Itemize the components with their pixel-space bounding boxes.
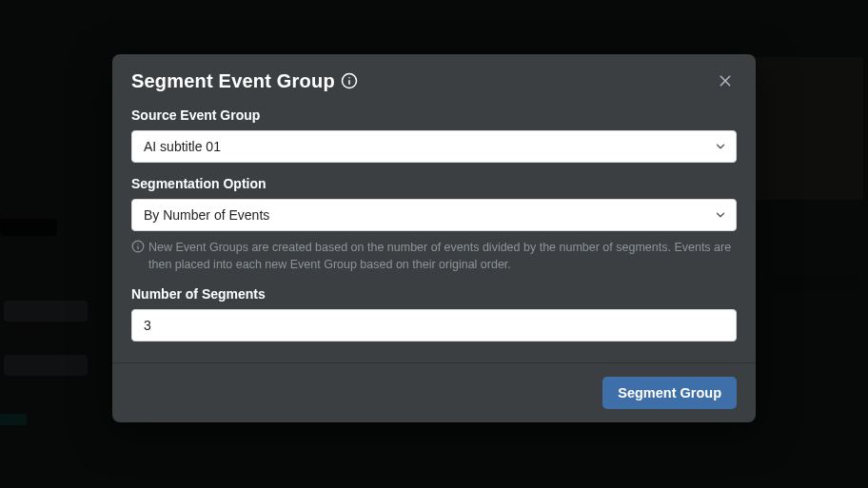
info-icon[interactable] — [341, 72, 358, 89]
modal-overlay: Segment Event Group — [0, 0, 868, 488]
number-of-segments-label: Number of Segments — [131, 286, 737, 302]
segmentation-option-help: New Event Groups are created based on th… — [131, 239, 737, 273]
info-icon — [131, 240, 145, 253]
modal-title: Segment Event Group — [131, 70, 335, 92]
segment-group-button[interactable]: Segment Group — [602, 377, 737, 409]
segmentation-option-select[interactable] — [131, 199, 737, 231]
segmentation-option-help-text: New Event Groups are created based on th… — [148, 239, 737, 273]
source-event-group-label: Source Event Group — [131, 107, 737, 123]
segment-event-group-modal: Segment Event Group — [112, 54, 756, 422]
svg-point-2 — [348, 77, 350, 79]
source-event-group-field: Source Event Group — [131, 107, 737, 163]
modal-header: Segment Event Group — [112, 54, 756, 106]
modal-title-wrap: Segment Event Group — [131, 70, 358, 92]
number-of-segments-input[interactable] — [131, 309, 737, 342]
modal-footer: Segment Group — [112, 362, 756, 422]
segmentation-option-field: Segmentation Option — [131, 176, 737, 273]
svg-point-7 — [137, 244, 138, 244]
number-of-segments-field: Number of Segments — [131, 286, 737, 342]
close-button[interactable] — [714, 69, 737, 92]
modal-body: Source Event Group Segmentation Option — [112, 106, 756, 362]
close-icon — [718, 73, 733, 88]
source-event-group-select[interactable] — [131, 130, 737, 163]
segmentation-option-label: Segmentation Option — [131, 176, 737, 191]
